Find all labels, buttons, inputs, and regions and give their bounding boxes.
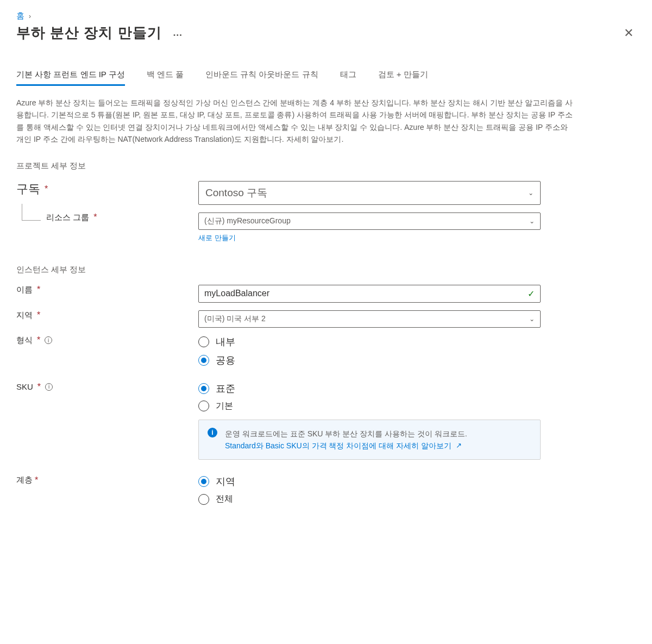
external-link-icon: ↗ <box>456 440 462 452</box>
radio-icon <box>198 336 209 347</box>
chevron-down-icon: ⌄ <box>528 189 534 197</box>
row-resource-group: 리소스 그룹 * (신규) myResourceGroup ⌄ 새로 만들기 <box>16 212 636 243</box>
radio-icon <box>198 494 209 505</box>
tier-label: 계층 <box>16 475 33 485</box>
infobox-link[interactable]: Standard와 Basic SKU의 가격 책정 차이점에 대해 자세히 알… <box>225 440 462 452</box>
radio-icon <box>198 383 209 394</box>
required-icon: * <box>37 310 40 320</box>
tab-review[interactable]: 검토 + 만들기 <box>378 70 428 86</box>
radio-label: 내부 <box>216 335 235 348</box>
region-label: 지역 <box>16 310 33 321</box>
required-icon: * <box>37 382 41 392</box>
chevron-down-icon: ⌄ <box>529 315 535 323</box>
required-icon: * <box>93 212 97 222</box>
region-select[interactable]: (미국) 미국 서부 2 ⌄ <box>198 310 541 328</box>
resource-group-select[interactable]: (신규) myResourceGroup ⌄ <box>198 212 541 230</box>
subscription-value: Contoso 구독 <box>205 186 267 200</box>
radio-label: 표준 <box>216 382 235 395</box>
radio-tier-global[interactable]: 전체 <box>198 493 541 505</box>
radio-label: 전체 <box>216 493 233 505</box>
row-region: 지역 * (미국) 미국 서부 2 ⌄ <box>16 310 636 328</box>
info-filled-icon: i <box>208 428 217 437</box>
radio-tier-regional[interactable]: 지역 <box>198 475 541 488</box>
page-title: 부하 분산 장치 만들기 <box>16 23 162 42</box>
subscription-label: 구독 <box>16 181 40 197</box>
tab-basics[interactable]: 기본 사항 프런트 엔드 IP 구성 <box>16 70 125 86</box>
infobox-text: 운영 워크로드에는 표준 SKU 부하 분산 장치를 사용하는 것이 워크로드. <box>225 429 467 438</box>
radio-icon <box>198 401 209 411</box>
radio-label: 지역 <box>216 475 235 488</box>
instance-heading: 인스턴스 세부 정보 <box>16 265 636 275</box>
type-label: 형식 <box>16 335 33 346</box>
radio-type-public[interactable]: 공용 <box>198 354 541 367</box>
chevron-down-icon: ⌄ <box>529 217 535 225</box>
tab-rules[interactable]: 인바운드 규칙 아웃바운드 규칙 <box>205 70 318 86</box>
region-value: (미국) 미국 서부 2 <box>204 314 266 324</box>
info-icon[interactable]: i <box>45 336 52 344</box>
project-heading: 프로젝트 세부 정보 <box>16 161 636 171</box>
close-button[interactable]: ✕ <box>622 24 636 42</box>
sku-label: SKU <box>16 382 33 391</box>
tabs: 기본 사항 프런트 엔드 IP 구성 백 엔드 풀 인바운드 규칙 아웃바운드 … <box>16 70 636 86</box>
info-icon[interactable]: i <box>45 383 53 391</box>
radio-icon <box>198 355 209 366</box>
radio-sku-basic[interactable]: 기본 <box>198 401 541 412</box>
breadcrumb: 홈 › <box>16 11 636 21</box>
row-type: 형식 * i 내부 공용 <box>16 335 636 367</box>
name-input-wrap: ✓ <box>198 285 541 303</box>
required-icon: * <box>35 476 38 485</box>
radio-sku-standard[interactable]: 표준 <box>198 382 541 395</box>
row-tier: 계층 * 지역 전체 <box>16 475 636 505</box>
radio-type-internal[interactable]: 내부 <box>198 335 541 348</box>
title-row: 부하 분산 장치 만들기 … ✕ <box>16 23 636 42</box>
name-input[interactable] <box>204 289 528 298</box>
more-icon[interactable]: … <box>173 27 184 39</box>
subscription-select[interactable]: Contoso 구독 ⌄ <box>198 181 541 205</box>
required-icon: * <box>37 285 40 295</box>
chevron-right-icon: › <box>29 12 31 20</box>
resource-group-label: 리소스 그룹 <box>46 212 89 223</box>
row-sku: SKU * i 표준 기본 i 운영 워크로드에는 표준 SKU 부하 분산 장… <box>16 382 636 460</box>
create-new-link[interactable]: 새로 만들기 <box>198 233 236 243</box>
required-icon: * <box>37 335 40 345</box>
name-label: 이름 <box>16 285 33 295</box>
radio-label: 공용 <box>216 354 235 367</box>
radio-label: 기본 <box>216 401 233 412</box>
required-icon: * <box>45 184 48 194</box>
resource-group-value: (신규) myResourceGroup <box>204 216 291 226</box>
description: Azure 부하 분산 장치는 들어오는 트래픽을 정상적인 가상 머신 인스턴… <box>16 97 576 146</box>
sku-infobox: i 운영 워크로드에는 표준 SKU 부하 분산 장치를 사용하는 것이 워크로… <box>198 420 541 460</box>
radio-icon <box>198 476 209 487</box>
row-name: 이름 * ✓ <box>16 285 636 303</box>
row-subscription: 구독 * Contoso 구독 ⌄ <box>16 181 636 205</box>
tab-tags[interactable]: 태그 <box>340 70 356 86</box>
tab-backend-pool[interactable]: 백 엔드 풀 <box>147 70 184 86</box>
check-icon: ✓ <box>528 289 535 299</box>
breadcrumb-home[interactable]: 홈 <box>16 11 24 21</box>
